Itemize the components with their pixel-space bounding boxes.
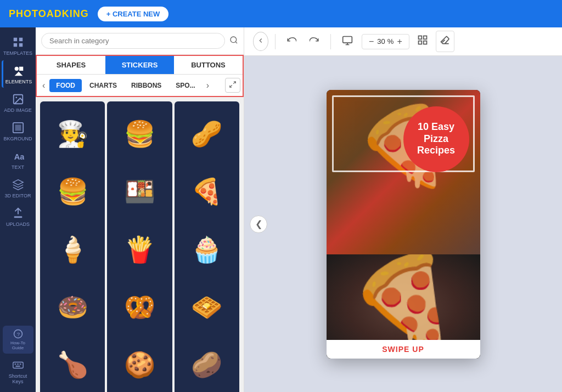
swipe-up-bar: SWIPE UP — [327, 340, 480, 359]
sub-tab-spo[interactable]: SPO... — [169, 79, 201, 92]
text-icon: Aa — [12, 150, 24, 162]
sub-tab-food[interactable]: FOOD — [49, 79, 82, 92]
back-button[interactable] — [253, 32, 268, 51]
card-top: 10 Easy Pizza Recipes — [327, 90, 480, 254]
svg-point-8 — [15, 96, 17, 98]
card-bottom: SWIPE UP — [327, 254, 480, 359]
app-logo: PHOTOADKING — [9, 8, 89, 20]
svg-rect-24 — [418, 41, 422, 44]
canvas-area: − 30 % + ❮ — [244, 27, 562, 392]
sticker-item-chips[interactable]: 🥔 — [175, 332, 239, 392]
sticker-item-cupcake[interactable]: 🧁 — [175, 217, 239, 281]
svg-rect-5 — [19, 67, 23, 71]
logo-accent: AD — [47, 8, 62, 19]
zoom-control: − 30 % + — [362, 34, 409, 49]
undo-button[interactable] — [282, 32, 301, 51]
sidebar-item-shortcut-keys[interactable]: Shortcut Keys — [2, 355, 35, 388]
sidebar-item-text[interactable]: Aa TEXT — [2, 146, 35, 173]
sticker-item-waffle[interactable]: 🧇 — [175, 275, 239, 339]
sub-tab-charts[interactable]: CHARTS — [83, 79, 123, 92]
question-icon: ? — [13, 329, 23, 339]
upload-icon — [12, 207, 24, 219]
svg-rect-17 — [17, 363, 19, 365]
logo-text-1: PHOTO — [9, 8, 47, 19]
background-icon — [12, 122, 24, 134]
svg-rect-0 — [13, 38, 16, 41]
sidebar-item-3d-editor[interactable]: 3D EDITOR — [2, 174, 35, 202]
eraser-icon — [440, 35, 451, 46]
svg-text:Aa: Aa — [14, 152, 24, 161]
svg-rect-2 — [13, 43, 16, 47]
expand-icon — [229, 81, 237, 88]
redo-icon — [310, 36, 319, 46]
sticker-item-chef[interactable]: 🧑‍🍳 — [40, 101, 105, 166]
svg-rect-15 — [13, 362, 23, 368]
canvas-nav-left[interactable]: ❮ — [250, 215, 267, 233]
search-bar — [36, 27, 244, 55]
toolbar-divider-1 — [275, 34, 276, 49]
sticker-item-pretzel[interactable]: 🥨 — [107, 275, 172, 339]
elements-icon — [13, 65, 25, 77]
sub-tab-ribbons[interactable]: RIBBONS — [125, 79, 168, 92]
sidebar-item-add-image[interactable]: ADD IMAGE — [2, 89, 35, 116]
search-button[interactable] — [229, 36, 238, 46]
phone-card[interactable]: 10 Easy Pizza Recipes SWIPE UP — [327, 90, 480, 359]
sticker-item-burger2[interactable]: 🍔 — [40, 159, 105, 224]
sidebar-item-uploads[interactable]: UPLOADS — [2, 203, 35, 230]
tabs-container: SHAPES STICKERS BUTTONS ‹ FOOD CHARTS RI… — [36, 55, 244, 97]
monitor-icon — [342, 35, 353, 46]
svg-rect-18 — [19, 363, 21, 365]
3d-icon — [12, 179, 24, 191]
svg-rect-22 — [418, 36, 422, 39]
eraser-button[interactable] — [436, 31, 454, 52]
svg-rect-25 — [423, 41, 426, 44]
sidebar-bottom: ? How-To Guide Shortcut Keys — [0, 326, 36, 392]
sticker-item-burger[interactable]: 🍔 — [107, 101, 172, 166]
zoom-plus-button[interactable]: + — [396, 37, 403, 47]
sub-tabs-row: ‹ FOOD CHARTS RIBBONS SPO... › — [37, 75, 243, 96]
logo-text-2: KING — [62, 8, 89, 19]
sticker-item-cookie[interactable]: 🍪 — [107, 332, 172, 392]
svg-rect-16 — [14, 363, 16, 365]
redo-button[interactable] — [305, 32, 324, 51]
sub-tab-prev[interactable]: ‹ — [39, 79, 48, 92]
sticker-item-pizza-slice[interactable]: 🍕 — [175, 159, 239, 224]
sticker-item-donut[interactable]: 🍩 — [40, 275, 105, 339]
svg-rect-3 — [19, 43, 22, 47]
svg-rect-19 — [15, 366, 20, 367]
canvas-toolbar: − 30 % + — [244, 27, 562, 56]
sub-tab-next[interactable]: › — [203, 79, 212, 92]
main-tabs: SHAPES STICKERS BUTTONS — [37, 56, 243, 75]
tab-buttons[interactable]: BUTTONS — [174, 56, 243, 74]
tab-shapes[interactable]: SHAPES — [37, 56, 105, 74]
svg-marker-6 — [15, 72, 23, 76]
tab-stickers[interactable]: STICKERS — [105, 56, 174, 74]
sticker-item-snack[interactable]: 🥜 — [175, 101, 239, 166]
sidebar-item-elements[interactable]: ELEMENTS — [2, 60, 35, 88]
how-to-guide-button[interactable]: ? How-To Guide — [3, 326, 33, 354]
svg-rect-23 — [423, 36, 426, 39]
undo-icon — [286, 36, 296, 46]
zoom-minus-button[interactable]: − — [368, 37, 375, 47]
sticker-item-icecream[interactable]: 🍦 — [40, 217, 105, 281]
grid-view-icon — [417, 35, 428, 46]
grid-button[interactable] — [414, 31, 431, 52]
panel: SHAPES STICKERS BUTTONS ‹ FOOD CHARTS RI… — [36, 27, 244, 392]
svg-point-20 — [231, 37, 237, 43]
sidebar-item-bkground[interactable]: BKGROUND — [2, 117, 35, 145]
image-icon — [12, 93, 24, 105]
monitor-button[interactable] — [338, 32, 357, 52]
svg-point-4 — [15, 67, 19, 71]
keyboard-icon — [12, 359, 24, 371]
svg-rect-12 — [14, 217, 22, 218]
sidebar-item-templates[interactable]: TEMPLATES — [2, 32, 35, 59]
icon-sidebar: TEMPLATES ELEMENTS ADD IMAGE BKGROUND Aa… — [0, 27, 36, 392]
main-layout: TEMPLATES ELEMENTS ADD IMAGE BKGROUND Aa… — [0, 27, 562, 392]
expand-stickers-button[interactable] — [225, 78, 240, 93]
sticker-item-drumstick[interactable]: 🍗 — [40, 332, 105, 392]
sticker-item-bento[interactable]: 🍱 — [107, 159, 172, 224]
stickers-grid: 🧑‍🍳 🍔 🥜 🍔 🍱 🍕 🍦 🍟 🧁 🍩 🥨 🧇 🍗 🍪 🥔 — [36, 97, 244, 392]
sticker-item-fries[interactable]: 🍟 — [107, 217, 172, 281]
create-new-button[interactable]: + CREATE NEW — [98, 7, 169, 21]
search-input[interactable] — [41, 33, 225, 49]
